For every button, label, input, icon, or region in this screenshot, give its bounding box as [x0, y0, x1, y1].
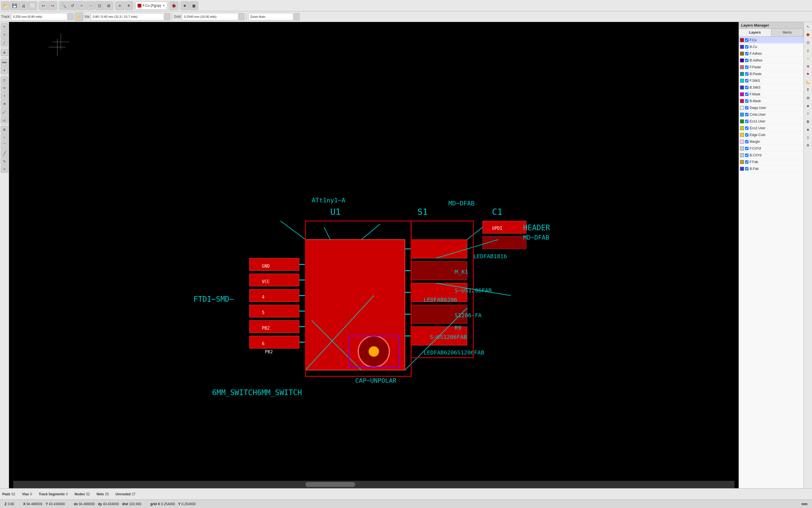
- tab-layers[interactable]: Layers: [739, 29, 771, 36]
- zoom-out-button[interactable]: −: [86, 1, 95, 10]
- print-button[interactable]: 🖨: [19, 1, 28, 10]
- highlight-circle-button[interactable]: ●: [804, 55, 812, 62]
- via-arrow-btn[interactable]: ▲▼: [165, 13, 170, 20]
- route-track-button[interactable]: ✏: [1, 84, 8, 92]
- zoom-fit-button[interactable]: ⊡: [95, 1, 104, 10]
- zoom-input[interactable]: [248, 13, 293, 20]
- net-inspector-button[interactable]: ≡: [116, 1, 124, 10]
- zoom-area-button[interactable]: ⊞: [105, 1, 113, 10]
- net-highlight-right-button[interactable]: ⊕: [804, 62, 812, 70]
- undo-button[interactable]: ↩: [39, 1, 48, 10]
- layer-visibility-checkbox[interactable]: [745, 106, 748, 110]
- text-tool-button[interactable]: T: [804, 86, 812, 94]
- align-button[interactable]: ⊞: [804, 94, 812, 101]
- select-tool-button[interactable]: ↖: [1, 23, 8, 31]
- via-tool-button[interactable]: ○: [1, 134, 8, 141]
- grid-right-button[interactable]: ⠿: [804, 110, 812, 117]
- drc-button[interactable]: 🐞: [170, 1, 178, 10]
- layer-visibility-checkbox[interactable]: [745, 79, 748, 82]
- line-tool-button[interactable]: ╱: [1, 150, 8, 157]
- script-button[interactable]: ⚙: [804, 142, 812, 149]
- layer-item[interactable]: F.Mask: [739, 91, 804, 98]
- layer-visibility-checkbox[interactable]: [745, 93, 748, 96]
- layer-item[interactable]: F.SilkS: [739, 77, 804, 84]
- layer-visibility-checkbox[interactable]: [745, 120, 748, 123]
- grid-dots-button[interactable]: ⠿: [1, 31, 8, 38]
- zoom-tool-button[interactable]: 🔎: [1, 108, 8, 116]
- waveguide-button[interactable]: ∿: [1, 158, 8, 165]
- layer-item[interactable]: F.Cu: [739, 37, 804, 43]
- layer-visibility-checkbox[interactable]: [745, 147, 748, 150]
- layer-item[interactable]: F.Adhes: [739, 50, 804, 57]
- highlight-button[interactable]: ★: [181, 1, 189, 10]
- settings-button[interactable]: ⬜: [28, 1, 37, 10]
- arc-tool-button[interactable]: ⌒: [1, 142, 8, 149]
- layer-visibility-checkbox[interactable]: [745, 59, 748, 62]
- zoom-out-search-button[interactable]: 🔍: [59, 1, 68, 10]
- anchor-button[interactable]: ◈: [804, 126, 812, 133]
- via-input[interactable]: [91, 13, 164, 20]
- layer-item[interactable]: Cmts.User: [739, 111, 804, 118]
- layer-visibility-checkbox[interactable]: [745, 99, 748, 103]
- connect-tool-button[interactable]: ⊕: [1, 49, 8, 56]
- layer-visibility-checkbox[interactable]: [745, 52, 748, 55]
- multi-tool-button[interactable]: ≡: [1, 165, 8, 173]
- measure-tool-button[interactable]: ╱: [1, 39, 8, 46]
- layer-visibility-checkbox[interactable]: [745, 38, 748, 42]
- layer-item[interactable]: B.SilkS: [739, 84, 804, 91]
- layer-item[interactable]: Edge.Cuts: [739, 131, 804, 138]
- layer-visibility-checkbox[interactable]: [745, 140, 748, 143]
- route-diff-button[interactable]: ⌇: [1, 92, 8, 100]
- ruler-button[interactable]: 📐: [804, 79, 812, 86]
- file-manager-button[interactable]: 📂: [1, 1, 10, 10]
- layer-item[interactable]: B.CrtYd: [739, 152, 804, 159]
- pad-tool-button[interactable]: ⊞: [1, 126, 8, 133]
- layer-item[interactable]: Eco1.User: [739, 118, 804, 125]
- layer-item[interactable]: F.Fab: [739, 159, 804, 165]
- dot-array-button[interactable]: ⣿: [1, 77, 8, 84]
- layer-visibility-checkbox[interactable]: [745, 72, 748, 76]
- canvas-area[interactable]: GND VCC 4 5 PB2 6 PB2: [9, 22, 739, 488]
- layer-visibility-checkbox[interactable]: [745, 160, 748, 164]
- inspect-button[interactable]: 🔬: [1, 116, 8, 123]
- track-input[interactable]: [11, 13, 68, 20]
- drc-right-button[interactable]: ⚑: [804, 71, 812, 78]
- layer-item[interactable]: B.Cu: [739, 43, 804, 50]
- layer-item[interactable]: B.Adhes: [739, 57, 804, 64]
- render-button[interactable]: ▣: [190, 1, 198, 10]
- tune-length-button[interactable]: ≋: [1, 100, 8, 108]
- layer-visibility-checkbox[interactable]: [745, 113, 748, 116]
- layer-visibility-checkbox[interactable]: [745, 167, 748, 170]
- track-settings-button[interactable]: ⚡: [75, 12, 83, 21]
- grid-snap-button[interactable]: ⣿: [804, 134, 812, 141]
- layer-item[interactable]: F.Paste: [739, 64, 804, 71]
- layer-visibility-checkbox[interactable]: [745, 154, 748, 157]
- zoom-fit-right-button[interactable]: ⊡: [804, 39, 812, 46]
- layer-item[interactable]: B.Paste: [739, 71, 804, 77]
- zoom-arrow-btn[interactable]: ▲▼: [294, 13, 299, 20]
- layer-item[interactable]: B.Mask: [739, 98, 804, 104]
- layer-item[interactable]: Margin: [739, 138, 804, 145]
- layer-item[interactable]: B.Fab: [739, 165, 804, 172]
- mm-units-button[interactable]: mm: [1, 59, 8, 66]
- cursor-right-button[interactable]: ↖: [804, 23, 812, 31]
- origin-button[interactable]: +: [1, 67, 8, 74]
- zoom-in-button[interactable]: ＋: [77, 1, 86, 10]
- via-dots-button[interactable]: ⣿: [804, 47, 812, 54]
- layer-visibility-checkbox[interactable]: [745, 86, 748, 89]
- save-button[interactable]: 💾: [10, 1, 18, 10]
- highlight-net-button[interactable]: ☀: [124, 1, 133, 10]
- grid-input[interactable]: [182, 13, 238, 20]
- layer-visibility-checkbox[interactable]: [745, 133, 748, 137]
- layer-item[interactable]: Eco2.User: [739, 125, 804, 131]
- layer-visibility-checkbox[interactable]: [745, 66, 748, 69]
- redo-button[interactable]: ↪: [48, 1, 57, 10]
- layer-item[interactable]: Dwgs.User: [739, 104, 804, 111]
- grid-arrow-btn[interactable]: ▲▼: [239, 13, 244, 20]
- layer-visibility-checkbox[interactable]: [745, 45, 748, 48]
- plus-cross-button[interactable]: ✚: [804, 31, 812, 38]
- layer-selector-dropdown[interactable]: F.Cu (PgUp) ▼: [135, 2, 167, 10]
- pcb-svg-canvas[interactable]: GND VCC 4 5 PB2 6 PB2: [9, 22, 739, 488]
- refresh-button[interactable]: ↺: [68, 1, 77, 10]
- snap-button[interactable]: ◈: [804, 102, 812, 110]
